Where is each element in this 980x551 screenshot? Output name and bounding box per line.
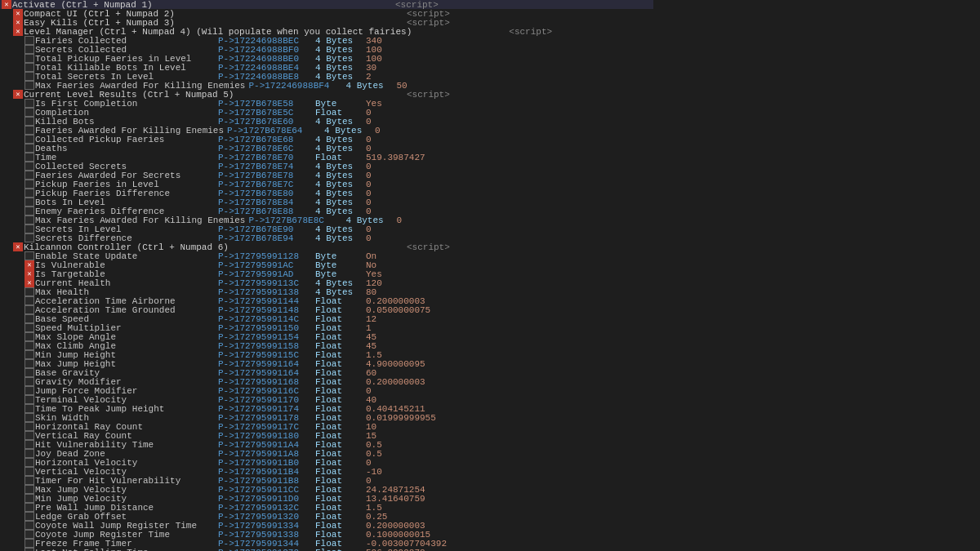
- table-row[interactable]: Completion P->1727B678E5C Float 0: [0, 108, 653, 117]
- table-row[interactable]: Vertical Ray Count P->172795991180 Float…: [0, 431, 653, 440]
- checkbox[interactable]: [24, 458, 34, 467]
- checkbox[interactable]: [24, 539, 34, 548]
- table-row[interactable]: Coyote Jump Register Time P->17279599133…: [0, 530, 653, 539]
- table-row[interactable]: Max Faeries Awarded For Killing Enemies …: [0, 81, 653, 90]
- checkbox[interactable]: [24, 413, 34, 422]
- checkbox[interactable]: [24, 144, 34, 153]
- red-x-icon[interactable]: ✕: [13, 9, 23, 18]
- checkbox[interactable]: [24, 404, 34, 413]
- checkbox[interactable]: [24, 494, 34, 503]
- table-row[interactable]: ✕ Is Targetable P->172795991AD Byte Yes: [0, 269, 653, 278]
- table-row[interactable]: Min Jump Height P->17279599115C Float 1.…: [0, 350, 653, 359]
- table-row[interactable]: ✕ Activate (Ctrl + Numpad 1) <script>: [0, 0, 653, 9]
- checkbox[interactable]: [24, 512, 34, 521]
- table-row[interactable]: Terminal Velocity P->172795991170 Float …: [0, 395, 653, 404]
- red-x-icon[interactable]: ✕: [13, 18, 23, 27]
- checkbox[interactable]: [24, 99, 34, 108]
- checkbox[interactable]: [24, 224, 34, 233]
- table-row[interactable]: Total Pickup Faeries in Level P->1722469…: [0, 54, 653, 63]
- red-x-icon[interactable]: ✕: [24, 269, 34, 278]
- table-row[interactable]: Gravity Modifier P->172795991168 Float 0…: [0, 377, 653, 386]
- table-row[interactable]: ✕ Easy Kills (Ctrl + Numpad 3) <script>: [0, 18, 653, 27]
- table-row[interactable]: Collected Secrets P->1727B678E74 4 Bytes…: [0, 162, 653, 171]
- checkbox[interactable]: [24, 476, 34, 485]
- checkbox[interactable]: [24, 440, 34, 449]
- checkbox[interactable]: [24, 503, 34, 512]
- checkbox[interactable]: [24, 45, 34, 54]
- table-row[interactable]: Coyote Wall Jump Register Time P->172795…: [0, 521, 653, 530]
- checkbox[interactable]: [24, 359, 34, 368]
- table-row[interactable]: Faeries Awarded For Killing Enemies P->1…: [0, 126, 653, 135]
- table-row[interactable]: Total Killable Bots In Level P->17224698…: [0, 63, 653, 72]
- table-row[interactable]: Speed Multiplier P->172795991150 Float 1: [0, 323, 653, 332]
- checkbox[interactable]: [24, 180, 34, 189]
- table-row[interactable]: ✕ Current Health P->17279599113C 4 Bytes…: [0, 278, 653, 287]
- checkbox[interactable]: [24, 126, 34, 135]
- checkbox[interactable]: [24, 216, 34, 224]
- table-row[interactable]: ✕ Is Vulnerable P->172795991AC Byte No: [0, 260, 653, 269]
- checkbox[interactable]: [24, 467, 34, 476]
- checkbox[interactable]: [24, 323, 34, 332]
- table-row[interactable]: Time P->1727B678E70 Float 519.3987427: [0, 153, 653, 162]
- checkbox[interactable]: [24, 198, 34, 207]
- table-row[interactable]: Base Speed P->17279599114C Float 12: [0, 314, 653, 323]
- table-row[interactable]: Min Jump Velocity P->1727959911D0 Float …: [0, 494, 653, 503]
- checkbox[interactable]: [24, 305, 34, 314]
- table-row[interactable]: Is First Completion P->1727B678E58 Byte …: [0, 99, 653, 108]
- table-row[interactable]: Deaths P->1727B678E6C 4 Bytes 0: [0, 144, 653, 153]
- red-x-icon[interactable]: ✕: [13, 27, 23, 36]
- checkbox[interactable]: [24, 485, 34, 494]
- checkbox[interactable]: [24, 431, 34, 440]
- checkbox[interactable]: [24, 207, 34, 216]
- checkbox[interactable]: [24, 296, 34, 305]
- checkbox[interactable]: [24, 332, 34, 341]
- table-row[interactable]: Faeries Awarded For Secrets P->1727B678E…: [0, 171, 653, 180]
- table-row[interactable]: ✕ Compact UI (Ctrl + Numpad 2) <script>: [0, 9, 653, 18]
- table-row[interactable]: Fairies Collected P->172246988BEC 4 Byte…: [0, 36, 653, 45]
- table-row[interactable]: ✕ Kilcannon Controller (Ctrl + Numpad 6)…: [0, 242, 653, 251]
- table-row[interactable]: ✕ Level Manager (Ctrl + Numpad 4) (Will …: [0, 27, 653, 36]
- checkbox[interactable]: [24, 171, 34, 180]
- checkbox[interactable]: [24, 108, 34, 117]
- checkbox[interactable]: [24, 251, 34, 260]
- table-row[interactable]: Acceleration Time Airborne P->1727959911…: [0, 296, 653, 305]
- table-row[interactable]: Freeze Frame Timer P->172795991344 Float…: [0, 539, 653, 548]
- table-row[interactable]: Secrets Collected P->172246988BF0 4 Byte…: [0, 45, 653, 54]
- table-row[interactable]: Base Gravity P->172795991164 Float 60: [0, 368, 653, 377]
- red-x-icon[interactable]: ✕: [13, 90, 23, 99]
- table-row[interactable]: Secrets Difference P->1727B678E94 4 Byte…: [0, 233, 653, 242]
- table-row[interactable]: Max Jump Height P->172795991164 Float 4.…: [0, 359, 653, 368]
- checkbox[interactable]: [24, 377, 34, 386]
- table-row[interactable]: Pickup Faeries in Level P->1727B678E7C 4…: [0, 180, 653, 189]
- checkbox[interactable]: [24, 521, 34, 530]
- checkbox[interactable]: [24, 350, 34, 359]
- table-row[interactable]: Max Health P->172795991138 4 Bytes 80: [0, 287, 653, 296]
- table-row[interactable]: Joy Dead Zone P->1727959911A8 Float 0.5: [0, 449, 653, 458]
- table-row[interactable]: Max Slope Angle P->172795991154 Float 45: [0, 332, 653, 341]
- red-x-icon[interactable]: ✕: [24, 278, 34, 287]
- table-row[interactable]: Bots In Level P->1727B678E84 4 Bytes 0: [0, 198, 653, 207]
- table-row[interactable]: Killed Bots P->1727B678E60 4 Bytes 0: [0, 117, 653, 126]
- checkbox[interactable]: [24, 81, 34, 90]
- table-row[interactable]: Time To Peak Jump Height P->172795991174…: [0, 404, 653, 413]
- table-row[interactable]: Jump Force Modifier P->17279599116C Floa…: [0, 386, 653, 395]
- table-row[interactable]: Pre Wall Jump Distance P->17279599132C F…: [0, 503, 653, 512]
- checkbox[interactable]: [24, 395, 34, 404]
- table-row[interactable]: Hit Vulnerability Time P->1727959911A4 F…: [0, 440, 653, 449]
- checkbox[interactable]: [24, 63, 34, 72]
- red-x-icon[interactable]: ✕: [24, 260, 34, 269]
- table-row[interactable]: Pickup Faeries Difference P->1727B678E80…: [0, 189, 653, 198]
- table-row[interactable]: Timer For Hit Vulnerability P->172795991…: [0, 476, 653, 485]
- table-row[interactable]: Enemy Faeries Difference P->1727B678E88 …: [0, 207, 653, 216]
- checkbox[interactable]: [24, 530, 34, 539]
- checkbox[interactable]: [24, 117, 34, 126]
- table-row[interactable]: Total Secrets In Level P->172246988BE8 4…: [0, 72, 653, 81]
- table-row[interactable]: Enable State Update P->172795991128 Byte…: [0, 251, 653, 260]
- checkbox[interactable]: [24, 386, 34, 395]
- table-row[interactable]: Last Not Falling Time P->172795991370 Fl…: [0, 548, 653, 551]
- checkbox[interactable]: [24, 287, 34, 296]
- table-row[interactable]: Collected Pickup Faeries P->1727B678E68 …: [0, 135, 653, 144]
- checkbox[interactable]: [24, 341, 34, 350]
- table-row[interactable]: Secrets In Level P->1727B678E90 4 Bytes …: [0, 224, 653, 233]
- table-row[interactable]: ✕ Current Level Results (Ctrl + Numpad 5…: [0, 90, 653, 99]
